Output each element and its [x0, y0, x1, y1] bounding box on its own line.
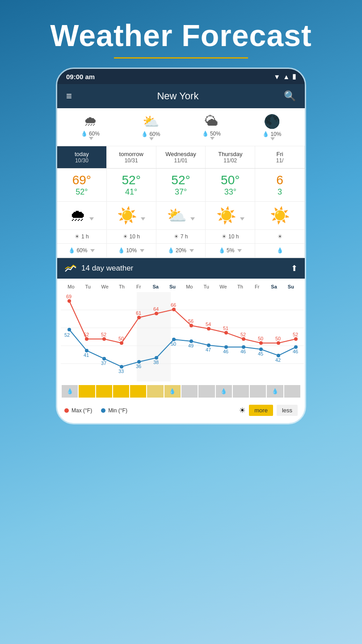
chart-day-fr1: Fr [131, 284, 146, 289]
hourly-item: 🌥 💧 50% [182, 114, 241, 140]
sun-icon-0: ☀ [75, 233, 80, 240]
tab-wednesday-date: 11/01 [158, 157, 204, 164]
chart-day-tu1: Tu [80, 284, 96, 289]
svg-point-7 [102, 337, 106, 341]
legend-row: Max (°F) Min (°F) ☀ more less [64, 402, 298, 419]
legend-items: Max (°F) Min (°F) [64, 407, 127, 414]
svg-text:47: 47 [206, 347, 211, 352]
rain-pct-1: 10% [126, 247, 137, 254]
app-body: 🌧 💧 60% ⛅ 💧 60% 🌥 💧 50% 🌑 💧 10% [57, 108, 305, 257]
share-icon[interactable]: ⬆ [291, 263, 298, 273]
chart-svg-container: 69 52 52 50 61 64 66 56 54 51 52 50 50 5… [61, 292, 301, 383]
weather-icon-section: 🌧 ☀️ ⛅ ☀️ ☀️ [57, 202, 305, 230]
legend-min: Min (°F) [101, 407, 127, 414]
rain-row: 💧 60% 💧 10% 💧 20% 💧 5% 💧 [57, 244, 305, 257]
chart-line-icon [64, 263, 77, 273]
chart-icon-cell-13 [284, 385, 300, 398]
chart-weather-icons-row: 💧 💧 💧 💧 [61, 385, 301, 398]
svg-text:45: 45 [258, 351, 263, 356]
chart-day-tu2: Tu [199, 284, 214, 289]
svg-text:66: 66 [171, 302, 176, 308]
svg-point-18 [294, 337, 298, 341]
tab-thursday-date: 11/02 [207, 157, 253, 164]
temp-col-1: 52° 41° [107, 169, 156, 201]
status-icons: ▼ ▲ ▮ [274, 72, 296, 80]
temp-col-0: 69° 52° [57, 169, 107, 201]
day-icon-2: ⛅ [167, 206, 187, 225]
hourly-section: 🌧 💧 60% ⛅ 💧 60% 🌥 💧 50% 🌑 💧 10% [57, 108, 305, 146]
hourly-rain-3: 💧 10% [262, 131, 281, 137]
svg-point-20 [85, 349, 88, 352]
tab-tomorrow-label: tomorrow [109, 151, 154, 157]
chart-day-fr2: Fr [249, 284, 265, 289]
fourteen-header-left: 14 day weather [64, 263, 133, 273]
tab-wednesday[interactable]: Wednesday 11/01 [156, 146, 206, 168]
hourly-rain-2: 💧 50% [202, 131, 221, 137]
signal-icon: ▲ [283, 73, 290, 80]
less-button[interactable]: less [277, 405, 298, 416]
svg-text:52: 52 [293, 332, 298, 337]
temp-col-3: 50° 33° [206, 169, 255, 201]
sun-col-1: ☀ 10 h [107, 230, 156, 243]
chart-day-mo1: Mo [63, 284, 79, 289]
tab-thursday[interactable]: Thursday 11/02 [206, 146, 255, 168]
hourly-rain-1: 💧 60% [141, 131, 160, 137]
hourly-item: 🌑 💧 10% [243, 114, 302, 140]
chart-icon-cell-1 [79, 385, 95, 398]
chart-day-su2: Su [283, 284, 299, 289]
menu-icon[interactable]: ≡ [66, 90, 72, 102]
svg-point-12 [189, 324, 193, 327]
hourly-item: ⛅ 💧 60% [122, 114, 181, 140]
temp-high-0: 69° [59, 173, 105, 187]
chart-day-sa1: Sa [148, 284, 163, 289]
temp-low-0: 52° [59, 187, 105, 197]
svg-text:61: 61 [136, 310, 141, 316]
fourteen-day-title: 14 day weather [81, 264, 133, 273]
svg-point-21 [102, 357, 106, 360]
chart-icon-cell-6: 💧 [164, 385, 181, 398]
legend-dot-min [101, 408, 105, 413]
rain-pct-2: 20% [176, 247, 186, 254]
svg-point-14 [224, 331, 228, 335]
svg-text:52: 52 [101, 332, 106, 337]
more-button[interactable]: more [249, 405, 273, 416]
tab-today[interactable]: today 10/30 [57, 146, 107, 168]
svg-point-27 [207, 343, 210, 347]
chart-icon-cell-3 [113, 385, 129, 398]
chart-icon-cell-12: 💧 [267, 385, 283, 398]
temperature-chart: 69 52 52 50 61 64 66 56 54 51 52 50 50 5… [61, 292, 304, 381]
svg-text:49: 49 [188, 343, 194, 348]
svg-point-11 [172, 308, 176, 311]
svg-point-9 [137, 316, 141, 319]
svg-point-5 [67, 299, 71, 303]
weather-icon-col-1: ☀️ [107, 202, 156, 229]
sun-legend-icon: ☀ [239, 406, 245, 415]
svg-text:50: 50 [171, 341, 176, 347]
svg-point-23 [137, 360, 141, 364]
fourteen-header: 14 day weather ⬆ [57, 258, 305, 279]
status-time: 09:00 am [66, 73, 95, 80]
svg-text:36: 36 [136, 364, 141, 369]
tab-friday[interactable]: Fri 11/ [255, 146, 305, 168]
day-tabs: today 10/30 tomorrow 10/31 Wednesday 11/… [57, 146, 305, 169]
svg-point-28 [224, 345, 228, 349]
tab-thursday-label: Thursday [207, 151, 253, 157]
legend-min-label: Min (°F) [108, 407, 127, 414]
svg-point-22 [120, 365, 123, 369]
svg-text:51: 51 [223, 326, 228, 331]
battery-icon: ▮ [292, 72, 296, 80]
svg-point-24 [155, 356, 158, 360]
chart-icon-cell-11 [250, 385, 266, 398]
rain-icon-4: 💧 [277, 247, 283, 254]
search-icon[interactable]: 🔍 [284, 90, 296, 102]
temp-high-1: 52° [109, 173, 154, 187]
sun-icon-1: ☀ [123, 233, 128, 240]
chart-icon-cell-0: 💧 [62, 385, 78, 398]
temp-low-4: 3 [257, 187, 303, 197]
chart-day-th1: Th [114, 284, 129, 289]
temp-high-4: 6 [257, 173, 303, 187]
sun-hours-1: 10 h [130, 233, 140, 240]
sun-hours-0: 1 h [81, 233, 89, 240]
tab-tomorrow[interactable]: tomorrow 10/31 [107, 146, 156, 168]
legend-actions: ☀ more less [239, 405, 298, 416]
